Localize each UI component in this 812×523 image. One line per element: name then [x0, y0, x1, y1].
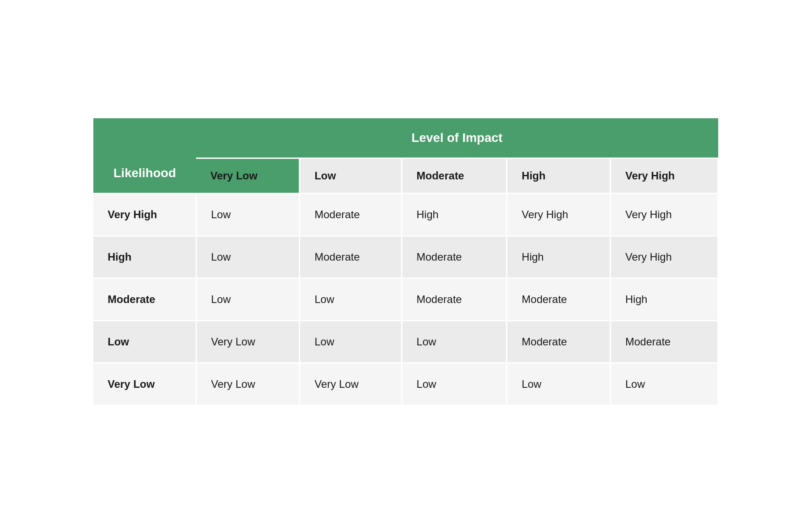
cell-r0-c4: Very High [611, 194, 718, 236]
cell-r4-c2: Low [402, 363, 507, 405]
cell-r2-c4: High [611, 278, 718, 321]
table-row: Very LowVery LowVery LowLowLowLow [93, 363, 718, 405]
likelihood-header: Likelihood [93, 118, 196, 194]
cell-r4-c4: Low [611, 363, 718, 405]
cell-r1-c4: Very High [611, 236, 718, 278]
col-header-very-high: Very High [611, 158, 718, 194]
table-row: Very HighLowModerateHighVery HighVery Hi… [93, 194, 718, 236]
row-header-low: Low [93, 321, 196, 363]
col-header-very-low: Very Low [196, 158, 300, 194]
row-header-very-high: Very High [93, 194, 196, 236]
table-row: ModerateLowLowModerateModerateHigh [93, 278, 718, 321]
cell-r1-c1: Moderate [300, 236, 402, 278]
row-header-very-low: Very Low [93, 363, 196, 405]
risk-matrix-table: Likelihood Level of Impact Very Low Low … [93, 118, 719, 405]
table-row: HighLowModerateModerateHighVery High [93, 236, 718, 278]
cell-r2-c3: Moderate [507, 278, 611, 321]
cell-r3-c1: Low [300, 321, 402, 363]
col-header-moderate: Moderate [402, 158, 507, 194]
table-row: LowVery LowLowLowModerateModerate [93, 321, 718, 363]
cell-r0-c3: Very High [507, 194, 611, 236]
cell-r2-c0: Low [196, 278, 300, 321]
cell-r1-c2: Moderate [402, 236, 507, 278]
cell-r3-c2: Low [402, 321, 507, 363]
col-header-high: High [507, 158, 611, 194]
impact-header: Level of Impact [196, 118, 718, 158]
cell-r0-c0: Low [196, 194, 300, 236]
cell-r3-c4: Moderate [611, 321, 718, 363]
table-body: Very HighLowModerateHighVery HighVery Hi… [93, 194, 718, 405]
risk-matrix-wrapper: Likelihood Level of Impact Very Low Low … [93, 118, 719, 405]
cell-r2-c1: Low [300, 278, 402, 321]
row-header-high: High [93, 236, 196, 278]
cell-r1-c0: Low [196, 236, 300, 278]
cell-r3-c3: Moderate [507, 321, 611, 363]
cell-r4-c0: Very Low [196, 363, 300, 405]
col-header-low: Low [300, 158, 402, 194]
row-header-moderate: Moderate [93, 278, 196, 321]
cell-r1-c3: High [507, 236, 611, 278]
cell-r4-c1: Very Low [300, 363, 402, 405]
cell-r2-c2: Moderate [402, 278, 507, 321]
cell-r0-c2: High [402, 194, 507, 236]
cell-r3-c0: Very Low [196, 321, 300, 363]
header-row: Likelihood Level of Impact [93, 118, 718, 158]
cell-r4-c3: Low [507, 363, 611, 405]
cell-r0-c1: Moderate [300, 194, 402, 236]
